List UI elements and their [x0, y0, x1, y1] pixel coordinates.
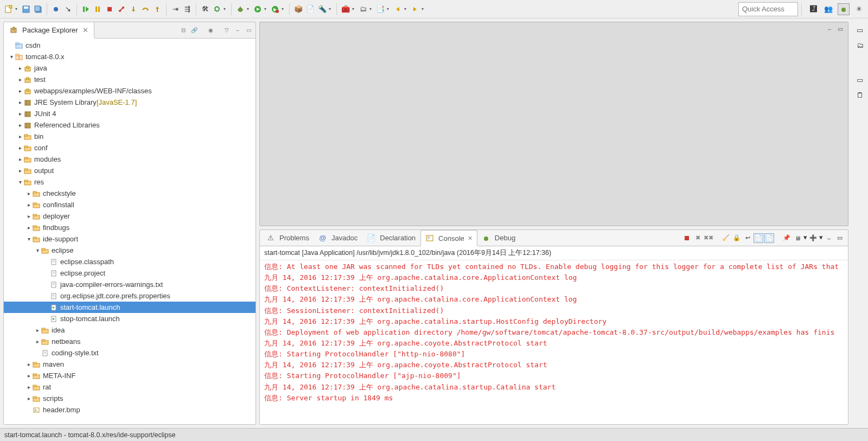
- tree-twisty[interactable]: ▸: [25, 373, 32, 379]
- step-over-icon[interactable]: [140, 4, 151, 15]
- tree-twisty[interactable]: ▸: [17, 99, 23, 105]
- tab-declaration[interactable]: 📄Declaration: [362, 232, 420, 245]
- tree-twisty[interactable]: ▸: [17, 145, 23, 151]
- tree-twisty[interactable]: ▸: [17, 111, 23, 117]
- tree-item[interactable]: ▸META-INF: [4, 370, 256, 381]
- tree-twisty[interactable]: ▸: [25, 202, 32, 208]
- tree-twisty[interactable]: ▾: [25, 236, 32, 242]
- drop-to-frame-icon[interactable]: ⇥: [170, 4, 181, 15]
- open-type-icon[interactable]: 🗂: [358, 4, 368, 15]
- show-console-on-err-icon[interactable]: 📄: [764, 233, 774, 243]
- tree-item[interactable]: org.eclipse.jdt.core.prefs.properties: [4, 290, 256, 302]
- tree-item[interactable]: ▸bin: [4, 131, 256, 142]
- forward-icon[interactable]: [410, 4, 420, 15]
- tree-item[interactable]: eclipse.project: [4, 267, 256, 279]
- perspective-java-icon[interactable]: 🅹: [807, 3, 819, 15]
- tree-item[interactable]: ▸rat: [4, 381, 256, 393]
- tree-item[interactable]: start-tomcat.launch: [4, 302, 256, 313]
- word-wrap-icon[interactable]: ↩: [743, 233, 752, 243]
- perspective-team-icon[interactable]: 👥: [822, 3, 834, 15]
- search-icon[interactable]: 🔦: [317, 4, 328, 15]
- tree-item[interactable]: ▸conf: [4, 142, 256, 154]
- skip-breakpoints-icon[interactable]: ↘: [62, 4, 73, 15]
- tree-twisty[interactable]: ▸: [34, 327, 41, 333]
- step-filters-icon[interactable]: ⇶: [182, 4, 193, 15]
- pause-icon[interactable]: [92, 4, 103, 15]
- tree-item[interactable]: ▸confinstall: [4, 199, 256, 210]
- quick-access[interactable]: [738, 2, 798, 16]
- tree-item[interactable]: eclipse.classpath: [4, 256, 256, 267]
- tree-item[interactable]: ▸webapps/examples/WEB-INF/classes: [4, 85, 256, 97]
- tree-twisty[interactable]: ▸: [17, 133, 23, 139]
- tab-problems[interactable]: ⚠Problems: [262, 232, 314, 245]
- tree-item[interactable]: ▸maven: [4, 359, 256, 370]
- run-icon[interactable]: [252, 4, 263, 15]
- tree-item[interactable]: ▾res: [4, 176, 256, 188]
- pin-console-icon[interactable]: 📌: [782, 233, 792, 243]
- outline-trim-icon[interactable]: 🗂: [854, 39, 866, 51]
- package-explorer-tab[interactable]: Package Explorer ✕: [4, 22, 94, 39]
- remove-all-icon[interactable]: ✖✖: [704, 233, 713, 243]
- open-task-icon[interactable]: 🧰: [340, 4, 351, 15]
- tree-twisty[interactable]: ▸: [25, 395, 32, 401]
- build-icon[interactable]: 🛠: [200, 4, 210, 15]
- tree-twisty[interactable]: ▸: [25, 384, 32, 390]
- tab-console[interactable]: Console✕: [420, 230, 477, 246]
- tree-item[interactable]: ▸modules: [4, 154, 256, 165]
- save-icon[interactable]: [21, 4, 31, 15]
- view-menu-icon[interactable]: ▽: [222, 25, 232, 35]
- console-output[interactable]: 信息: At least one JAR was scanned for TLD…: [260, 260, 848, 424]
- tree-twisty[interactable]: ▸: [25, 213, 32, 219]
- tree-item[interactable]: ▾eclipse: [4, 245, 256, 256]
- console-minimize-icon[interactable]: –: [824, 233, 834, 243]
- show-console-on-out-icon[interactable]: 📄: [754, 233, 763, 243]
- debug-icon[interactable]: [235, 4, 246, 15]
- editor-maximize-icon[interactable]: ▭: [836, 24, 845, 33]
- tree-item[interactable]: ▸netbeans: [4, 336, 256, 347]
- editor-minimize-icon[interactable]: –: [825, 24, 834, 33]
- close-icon[interactable]: ✕: [468, 235, 473, 242]
- restore-icon[interactable]: ▭: [854, 24, 866, 36]
- tree-item[interactable]: ▸idea: [4, 324, 256, 336]
- tree-item[interactable]: ▸java: [4, 62, 256, 74]
- tree-item[interactable]: stop-tomcat.launch: [4, 313, 256, 324]
- scroll-lock-icon[interactable]: 🔒: [732, 233, 742, 243]
- tree-twisty[interactable]: ▸: [17, 65, 23, 71]
- clear-console-icon[interactable]: 🧹: [721, 233, 731, 243]
- tree-item[interactable]: ▸checkstyle: [4, 188, 256, 199]
- tree-item[interactable]: ▸test: [4, 74, 256, 85]
- tab-debug[interactable]: Debug: [477, 232, 520, 245]
- step-return-icon[interactable]: [152, 4, 163, 15]
- tree-item[interactable]: ▸output: [4, 165, 256, 176]
- tree-twisty[interactable]: ▸: [17, 122, 23, 128]
- focus-task-icon[interactable]: ◉: [206, 25, 215, 35]
- refresh-icon[interactable]: [212, 4, 222, 15]
- tree-twisty[interactable]: ▾: [8, 54, 15, 60]
- tree-twisty[interactable]: ▸: [17, 168, 23, 174]
- tree-twisty[interactable]: ▾: [17, 179, 23, 185]
- tab-javadoc[interactable]: @Javadoc: [314, 232, 362, 245]
- tree-item[interactable]: ▸Referenced Libraries: [4, 119, 256, 131]
- perspective-debug-icon[interactable]: [838, 3, 850, 15]
- open-console-icon[interactable]: ➕: [808, 233, 818, 243]
- tree-item[interactable]: ▾Jtomcat-8.0.x: [4, 51, 256, 62]
- tree-twisty[interactable]: ▾: [34, 247, 41, 253]
- collapse-all-icon[interactable]: ⊟: [178, 25, 188, 35]
- tree-twisty[interactable]: ▸: [25, 190, 32, 196]
- tree-item[interactable]: ▸deployer: [4, 210, 256, 222]
- display-selected-icon[interactable]: 🖥: [793, 233, 802, 243]
- remove-launch-icon[interactable]: ✖: [693, 233, 703, 243]
- tree-item[interactable]: header.bmp: [4, 404, 256, 416]
- link-editor-icon[interactable]: 🔗: [189, 25, 199, 35]
- tree-item[interactable]: ▸findbugs: [4, 222, 256, 233]
- resume-icon[interactable]: [80, 4, 91, 15]
- new-class-icon[interactable]: 📄: [305, 4, 316, 15]
- new-icon[interactable]: [3, 4, 14, 15]
- tree-item[interactable]: java-compiler-errors-warnings.txt: [4, 279, 256, 290]
- package-explorer-tree[interactable]: csdn▾Jtomcat-8.0.x▸java▸test▸webapps/exa…: [4, 39, 256, 424]
- tree-twisty[interactable]: ▸: [34, 338, 41, 344]
- tree-item[interactable]: ▾ide-support: [4, 233, 256, 245]
- toggle-mark-icon[interactable]: 📑: [375, 4, 386, 15]
- quick-access-input[interactable]: [738, 2, 798, 16]
- restore2-icon[interactable]: ▭: [854, 74, 866, 86]
